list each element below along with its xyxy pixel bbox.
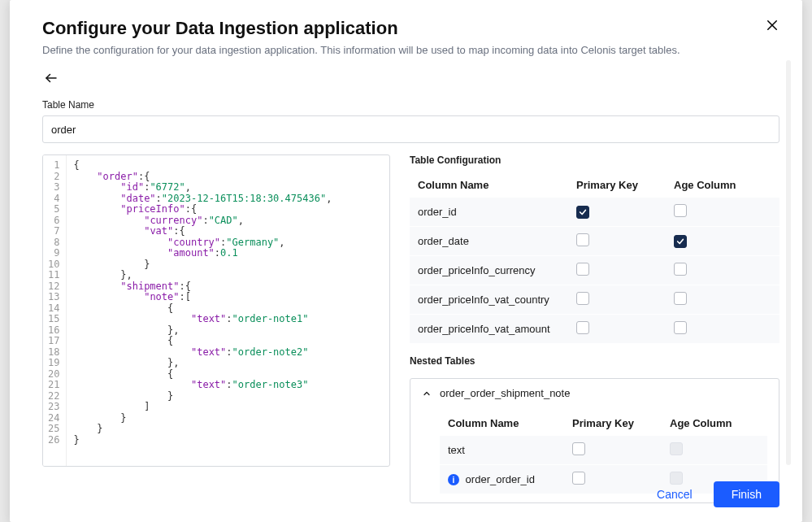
dialog-title: Configure your Data Ingestion applicatio… [42, 18, 779, 39]
checkbox[interactable] [674, 263, 687, 276]
column-name: order_id [418, 206, 576, 218]
checkbox[interactable] [674, 292, 687, 305]
table-name-label: Table Name [42, 99, 779, 111]
back-arrow-icon[interactable] [42, 71, 779, 88]
checkbox[interactable] [576, 206, 589, 219]
code-gutter: 1 2 3 4 5 6 7 8 9 10 11 12 13 14 15 16 1… [43, 155, 67, 466]
column-name: order_date [418, 235, 576, 247]
nested-table-name: order_order_shipment_note [440, 387, 570, 399]
checkbox[interactable] [576, 263, 589, 276]
nested-table-toggle[interactable]: order_order_shipment_note [410, 379, 779, 407]
nested-col-header-age: Age Column [670, 417, 759, 429]
table-row: text [440, 436, 767, 465]
table-configuration-label: Table Configuration [410, 154, 779, 166]
nested-col-header-pk: Primary Key [572, 417, 670, 429]
checkbox[interactable] [576, 292, 589, 305]
nested-header: Column Name Primary Key Age Column [440, 411, 767, 436]
table-row: order_id [410, 198, 779, 227]
checkbox [670, 442, 683, 455]
dialog-configure-data-ingestion: Configure your Data Ingestion applicatio… [10, 0, 802, 522]
column-name: order_priceInfo_vat_country [418, 294, 576, 306]
table-row: order_priceInfo_vat_amount [410, 315, 779, 344]
nested-tables-label: Nested Tables [410, 355, 779, 367]
column-name: text [448, 444, 572, 456]
scrollbar[interactable] [786, 60, 791, 465]
table-config-header: Column Name Primary Key Age Column [410, 172, 779, 198]
table-row: order_priceInfo_vat_country [410, 285, 779, 315]
checkbox[interactable] [576, 321, 589, 334]
cancel-button[interactable]: Cancel [649, 481, 701, 507]
table-row: order_date [410, 227, 779, 256]
checkbox[interactable] [674, 235, 687, 248]
col-header-pk: Primary Key [576, 179, 674, 191]
code-area[interactable]: { "order":{ "id":"6772", "date":"2023-12… [67, 155, 338, 466]
finish-button[interactable]: Finish [714, 481, 779, 507]
table-name-input[interactable] [42, 115, 779, 143]
column-name: order_priceInfo_vat_amount [418, 323, 576, 335]
close-icon[interactable] [765, 18, 779, 35]
checkbox[interactable] [674, 204, 687, 217]
nested-col-header-name: Column Name [448, 417, 572, 429]
col-header-age: Age Column [674, 179, 771, 191]
dialog-subtitle: Define the configuration for your data i… [42, 44, 779, 56]
chevron-up-icon [422, 389, 432, 398]
column-name: order_priceInfo_currency [418, 264, 576, 276]
col-header-name: Column Name [418, 179, 576, 191]
checkbox[interactable] [674, 321, 687, 334]
checkbox[interactable] [576, 233, 589, 246]
json-sample-editor[interactable]: 1 2 3 4 5 6 7 8 9 10 11 12 13 14 15 16 1… [42, 154, 390, 467]
checkbox[interactable] [572, 442, 585, 455]
table-row: order_priceInfo_currency [410, 256, 779, 285]
